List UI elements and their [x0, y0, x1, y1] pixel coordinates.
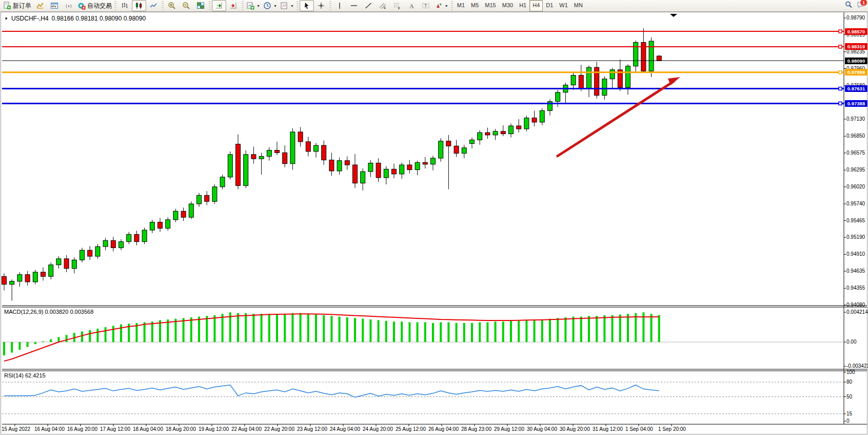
- charts-button[interactable]: [33, 0, 47, 11]
- text-button[interactable]: A: [404, 0, 419, 11]
- candle-body: [602, 79, 607, 96]
- autotrade-icon: [77, 2, 86, 10]
- chart-window: [0, 12, 868, 435]
- candle-body: [134, 234, 139, 241]
- chart-shift-button[interactable]: [226, 0, 241, 11]
- candle-body: [166, 220, 170, 229]
- autoscroll-icon: [215, 2, 223, 10]
- hline-handle[interactable]: [839, 45, 842, 48]
- auto-trading-button[interactable]: 自动交易: [76, 0, 113, 11]
- price-tick-label: 0.94080: [846, 302, 865, 308]
- candle-body: [228, 155, 232, 177]
- toolbar-separator: [329, 1, 331, 10]
- candle-body: [524, 118, 529, 129]
- timeframe-m1-button[interactable]: M1: [454, 0, 468, 11]
- candle-body: [501, 131, 505, 134]
- price-tick-label: 0.94635: [846, 268, 865, 274]
- candle-body: [173, 211, 178, 220]
- candle-body: [532, 118, 537, 122]
- rsi-tick-label: 0: [846, 418, 850, 424]
- candle-chart-button[interactable]: [132, 0, 146, 11]
- candle-body: [384, 169, 388, 178]
- hline-handle[interactable]: [839, 87, 842, 90]
- toolbar-separator: [162, 1, 164, 10]
- timeframe-m30-button[interactable]: M30: [499, 0, 516, 11]
- candle-body: [306, 142, 310, 152]
- candles-icon: [135, 2, 143, 10]
- candle-body: [72, 260, 76, 269]
- tile-windows-button[interactable]: [193, 0, 208, 11]
- auto-scroll-button[interactable]: [212, 0, 226, 11]
- channel-button[interactable]: E: [376, 0, 390, 11]
- timeframe-d1-button[interactable]: D1: [543, 0, 556, 11]
- search-icon[interactable]: [844, 1, 853, 9]
- timeframe-m15-button[interactable]: M15: [482, 0, 499, 11]
- candle-body: [376, 163, 381, 177]
- chart-window-button[interactable]: [47, 0, 62, 11]
- trend-arrow-shaft[interactable]: [557, 81, 674, 157]
- trendline-button[interactable]: [361, 0, 376, 11]
- timeframe-mn-button[interactable]: MN: [571, 0, 586, 11]
- templates-icon: [280, 2, 288, 10]
- candle-body: [251, 155, 256, 159]
- mt4-terminal: 新订单自动交易▼▼▼EFAT▼M1M5M15M30H1H4D1W1MN1 ▼ U…: [0, 0, 868, 435]
- rsi-tick-label: 50: [846, 394, 852, 400]
- macd-tick-label: -0.003423: [846, 363, 868, 369]
- chart-ohlc-values: 0.98166 0.98181 0.98090 0.98090: [52, 15, 146, 22]
- notifications-icon[interactable]: 1: [857, 1, 865, 9]
- main-toolbar: 新订单自动交易▼▼▼EFAT▼M1M5M15M30H1H4D1W1MN1: [0, 0, 868, 12]
- indicators-button[interactable]: ▼: [245, 0, 262, 11]
- time-axis-label: 18 Aug 04:00: [133, 426, 163, 432]
- rsi-indicator-label: RSI(14) 62.4215: [4, 372, 46, 379]
- price-tick-label: 0.96850: [846, 133, 865, 139]
- time-axis-label: 15 Aug 2022: [2, 426, 30, 432]
- fibo-icon: F: [393, 2, 401, 10]
- chart-dropdown-triangle[interactable]: ▼: [4, 16, 8, 21]
- candle-body: [212, 187, 217, 201]
- price-tick-label: 0.96575: [846, 150, 865, 156]
- candle-body: [478, 133, 482, 140]
- timeframe-h4-button[interactable]: H4: [529, 0, 543, 11]
- time-axis-label: 29 Aug 12:00: [494, 426, 524, 432]
- fibonacci-button[interactable]: F: [390, 0, 404, 11]
- candle-body: [95, 247, 100, 256]
- timeframe-w1-button[interactable]: W1: [556, 0, 571, 11]
- new-order-button[interactable]: 新订单: [2, 0, 33, 11]
- templates-button[interactable]: ▼: [279, 0, 295, 11]
- arrows-button[interactable]: ▼: [433, 0, 450, 11]
- crosshair-button[interactable]: [314, 0, 328, 11]
- hline-handle[interactable]: [839, 30, 842, 33]
- zoom-in-button[interactable]: [165, 0, 179, 11]
- candle-body: [610, 70, 615, 79]
- vline-button[interactable]: [332, 0, 347, 11]
- zoom-out-button[interactable]: [179, 0, 193, 11]
- macd-indicator-label: MACD(12,26,9) 0.003820 0.003568: [4, 309, 93, 315]
- bar-chart-button[interactable]: [117, 0, 132, 11]
- periods-button[interactable]: ▼: [262, 0, 279, 11]
- line-chart-button[interactable]: [146, 0, 161, 11]
- price-tick-label: 0.96295: [846, 167, 865, 173]
- hline-handle[interactable]: [839, 102, 842, 105]
- price-tick-label: 0.98790: [846, 15, 865, 21]
- time-axis-label: 18 Aug 20:00: [166, 426, 196, 432]
- candle-body: [540, 110, 544, 122]
- signals-button[interactable]: [62, 0, 76, 11]
- chart-object-marker[interactable]: [670, 14, 677, 17]
- time-axis-label: 24 Aug 04:00: [330, 426, 360, 432]
- time-axis-label: 22 Aug 20:00: [264, 426, 294, 432]
- hline-button[interactable]: [347, 0, 361, 11]
- candle-body: [2, 276, 7, 284]
- timeframe-m5-button[interactable]: M5: [468, 0, 482, 11]
- candle-body: [509, 126, 514, 134]
- hline-handle[interactable]: [839, 71, 842, 74]
- price-chart-svg: [0, 12, 868, 435]
- signal-icon: [65, 2, 73, 10]
- timeframe-h1-button[interactable]: H1: [516, 0, 529, 11]
- label-button[interactable]: T: [419, 0, 433, 11]
- chart-window-icon: [50, 2, 58, 10]
- cursor-button[interactable]: [300, 0, 314, 11]
- channel-icon: E: [379, 2, 387, 10]
- candle-body: [556, 92, 560, 102]
- candle-body: [400, 165, 404, 174]
- candle-body: [41, 272, 46, 276]
